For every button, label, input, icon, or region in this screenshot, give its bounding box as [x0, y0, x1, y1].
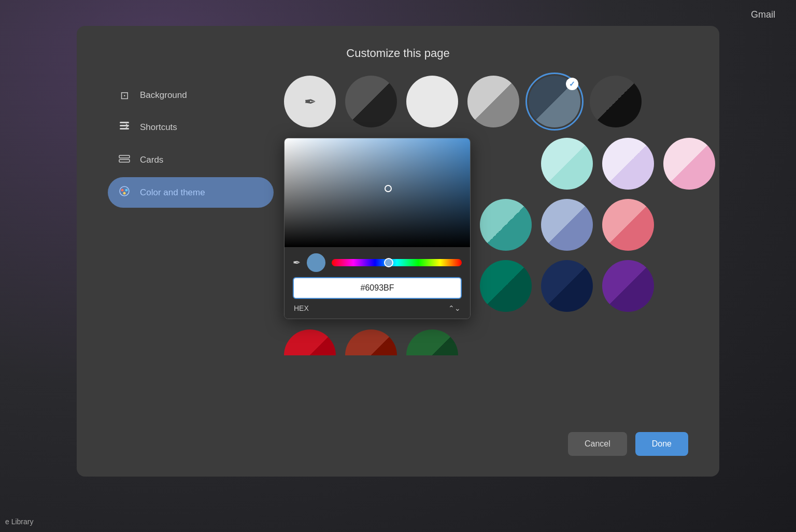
- swatch-cyan-light[interactable]: [541, 138, 593, 190]
- hex-input[interactable]: [293, 277, 462, 299]
- bottom-label: e Library: [5, 517, 33, 526]
- swatch-checkmark: ✓: [566, 78, 578, 90]
- hue-slider[interactable]: [332, 259, 462, 266]
- cancel-button[interactable]: Cancel: [568, 432, 627, 456]
- hue-handle: [384, 258, 393, 267]
- svg-rect-3: [119, 155, 130, 158]
- swatch-pink-split[interactable]: [602, 199, 654, 251]
- second-row-area: ✒ HEX ⌃: [274, 138, 726, 319]
- sidebar-item-color-and-theme[interactable]: Color and theme: [108, 177, 274, 208]
- swatch-lavender[interactable]: [602, 138, 654, 190]
- dialog-footer: Cancel Done: [108, 427, 688, 456]
- color-gradient-handle[interactable]: [385, 185, 392, 192]
- picker-eyedropper-button[interactable]: ✒: [293, 257, 301, 268]
- svg-point-7: [125, 189, 128, 192]
- sidebar-item-cards[interactable]: Cards: [108, 145, 274, 175]
- swatch-light[interactable]: [406, 76, 458, 127]
- sidebar: ⊡ Background Shortcuts Cards Color and: [108, 76, 274, 427]
- swatch-dark-black[interactable]: [590, 76, 642, 127]
- swatch-green[interactable]: [406, 329, 458, 355]
- hex-arrows[interactable]: ⌃⌄: [448, 304, 461, 312]
- right-swatches: [480, 138, 715, 319]
- svg-rect-4: [119, 160, 130, 162]
- svg-rect-2: [120, 128, 129, 130]
- hex-label: HEX: [294, 304, 309, 312]
- swatch-blue-split[interactable]: [541, 199, 593, 251]
- sidebar-item-label-color-and-theme: Color and theme: [140, 188, 205, 198]
- color-picker-popup: ✒ HEX ⌃: [284, 138, 471, 319]
- swatch-dark-split[interactable]: [345, 76, 397, 127]
- svg-rect-1: [120, 122, 129, 123]
- shortcuts-icon: [118, 120, 131, 134]
- picker-row: ✒: [293, 253, 462, 272]
- dialog-body: ⊡ Background Shortcuts Cards Color and: [108, 76, 688, 427]
- background-icon: ⊡: [118, 89, 131, 102]
- svg-point-8: [123, 192, 126, 195]
- swatch-red2[interactable]: [345, 329, 397, 355]
- swatch-red1[interactable]: [284, 329, 336, 355]
- swatches-row-bottom: [274, 329, 726, 355]
- customize-dialog: Customize this page ⊡ Background Shortcu…: [77, 26, 719, 477]
- app-title: Gmail: [751, 9, 775, 20]
- cards-icon: [118, 153, 131, 167]
- swatch-pink-light[interactable]: [663, 138, 715, 190]
- sidebar-item-label-shortcuts: Shortcuts: [140, 122, 177, 133]
- hue-slider-container: [332, 259, 462, 266]
- swatch-dark-navy[interactable]: [541, 260, 593, 312]
- hex-input-row: [293, 277, 462, 299]
- color-gradient-area[interactable]: [285, 138, 470, 247]
- hex-label-row: HEX ⌃⌄: [293, 302, 462, 314]
- eyedropper-icon: ✒: [304, 93, 316, 110]
- swatches-row-1: ✒ ✓: [274, 76, 726, 127]
- swatch-teal-split[interactable]: [480, 199, 532, 251]
- swatch-dark-blue-split[interactable]: ✓: [529, 76, 580, 127]
- sidebar-item-shortcuts[interactable]: Shortcuts: [108, 112, 274, 142]
- sidebar-item-label-cards: Cards: [140, 155, 163, 165]
- main-content: ✒ ✓: [274, 76, 726, 427]
- swatch-gray-split[interactable]: [467, 76, 519, 127]
- swatch-purple-split[interactable]: [602, 260, 654, 312]
- sidebar-item-background[interactable]: ⊡ Background: [108, 81, 274, 110]
- svg-point-6: [121, 189, 124, 192]
- swatch-eyedropper[interactable]: ✒: [284, 76, 336, 127]
- sidebar-item-label-background: Background: [140, 90, 187, 100]
- dialog-title: Customize this page: [108, 47, 688, 60]
- color-picker-controls: ✒ HEX ⌃: [285, 247, 470, 319]
- color-preview-circle: [307, 253, 325, 272]
- color-theme-icon: [118, 185, 131, 199]
- done-button[interactable]: Done: [635, 432, 688, 456]
- swatch-dark-teal[interactable]: [480, 260, 532, 312]
